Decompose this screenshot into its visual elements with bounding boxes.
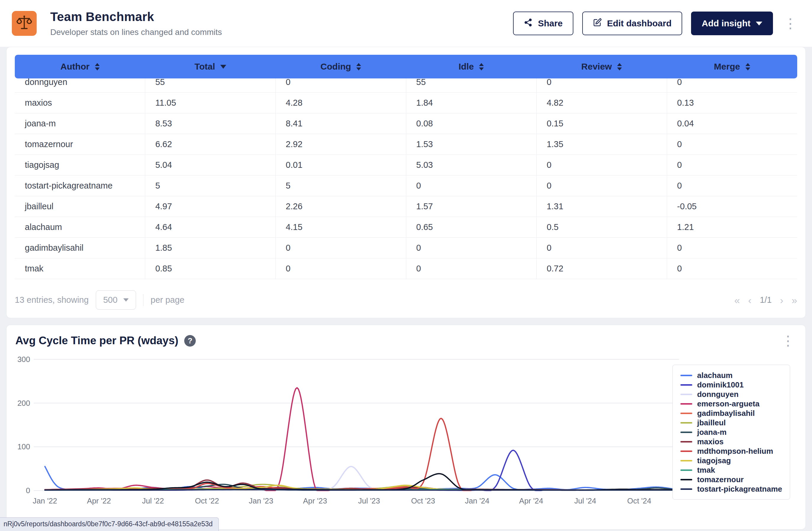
add-insight-button[interactable]: Add insight	[691, 12, 773, 35]
legend-label: tomazernour	[697, 475, 743, 484]
legend-label: tostart-pickagreatname	[697, 485, 782, 494]
author-cell: alachaum	[15, 217, 145, 237]
value-cell: 4.64	[145, 217, 276, 237]
legend-item[interactable]: alachaum	[680, 371, 782, 380]
svg-text:100: 100	[17, 443, 30, 451]
cycle-time-chart-card: Avg Cycle Time per PR (wdays) ? ⋮ 010020…	[6, 325, 806, 530]
legend-item[interactable]: mdthompson-helium	[680, 447, 782, 456]
svg-text:Apr '23: Apr '23	[303, 497, 327, 505]
value-cell: 0	[667, 258, 797, 279]
value-cell: 0.5	[537, 217, 667, 237]
author-cell: maxios	[15, 93, 145, 113]
value-cell: 2.26	[276, 196, 406, 216]
prev-page-button[interactable]: ‹	[748, 295, 751, 305]
legend-swatch	[680, 470, 692, 471]
next-page-button[interactable]: ›	[780, 295, 783, 305]
svg-text:Jul '24: Jul '24	[574, 497, 596, 505]
legend-item[interactable]: dominik1001	[680, 380, 782, 389]
legend-item[interactable]: tostart-pickagreatname	[680, 485, 782, 493]
table-body[interactable]: donnguyen5505500maxios11.054.281.844.820…	[15, 79, 797, 279]
author-cell: joana-m	[15, 113, 145, 134]
value-cell: 1.31	[537, 196, 667, 216]
author-cell: tmak	[15, 258, 145, 279]
legend-swatch	[680, 450, 692, 452]
share-button[interactable]: Share	[513, 12, 573, 35]
svg-text:0: 0	[26, 486, 30, 494]
table-row: joana-m8.538.410.080.150.04	[15, 113, 797, 134]
table-footer: 13 entries, showing 500 per page « ‹ 1/1…	[15, 290, 797, 310]
value-cell: 1.84	[406, 93, 537, 113]
value-cell: 1.35	[537, 134, 667, 154]
value-cell: 4.97	[145, 196, 276, 216]
column-header-review[interactable]: Review	[536, 55, 667, 79]
header-actions: Share Edit dashboard Add insight ⋮	[513, 12, 799, 35]
value-cell: 0	[537, 155, 667, 175]
table-row: donnguyen5505500	[15, 79, 797, 93]
value-cell: 5.04	[145, 155, 276, 175]
svg-text:Jul '22: Jul '22	[142, 497, 164, 505]
value-cell: 1.53	[406, 134, 537, 154]
column-label: Review	[581, 61, 612, 72]
chart-kebab-menu[interactable]: ⋮	[780, 334, 797, 348]
add-insight-button-label: Add insight	[702, 18, 751, 28]
svg-text:Jan '23: Jan '23	[249, 497, 273, 505]
column-header-merge[interactable]: Merge	[667, 55, 797, 79]
svg-text:200: 200	[17, 399, 30, 407]
column-header-idle[interactable]: Idle	[406, 55, 536, 79]
share-icon	[524, 18, 533, 29]
chart-area: 0100200300Jan '22Apr '22Jul '22Oct '22Ja…	[15, 350, 797, 510]
edit-dashboard-button[interactable]: Edit dashboard	[582, 12, 682, 35]
value-cell: 55	[145, 79, 276, 92]
value-cell: 2.92	[276, 134, 406, 154]
author-cell: tomazernour	[15, 134, 145, 154]
value-cell: 0.15	[537, 113, 667, 134]
column-label: Total	[194, 61, 215, 72]
legend-item[interactable]: joana-m	[680, 428, 782, 436]
column-label: Idle	[459, 61, 474, 72]
value-cell: 0	[537, 176, 667, 196]
column-label: Coding	[321, 61, 351, 72]
table-row: tomazernour6.622.921.531.350	[15, 134, 797, 155]
help-icon[interactable]: ?	[184, 335, 196, 347]
legend-item[interactable]: jbailleul	[680, 418, 782, 427]
column-header-author[interactable]: Author	[15, 55, 145, 79]
cycle-time-chart: 0100200300Jan '22Apr '22Jul '22Oct '22Ja…	[15, 350, 780, 510]
chart-title-row: Avg Cycle Time per PR (wdays) ? ⋮	[15, 334, 797, 348]
svg-text:Oct '22: Oct '22	[195, 497, 219, 505]
value-cell: 0	[667, 238, 797, 258]
value-cell: 11.05	[145, 93, 276, 113]
legend-item[interactable]: emerson-argueta	[680, 399, 782, 408]
edit-dashboard-button-label: Edit dashboard	[607, 18, 671, 28]
sort-icon	[356, 63, 361, 70]
legend-item[interactable]: tiagojsag	[680, 456, 782, 465]
legend-item[interactable]: tomazernour	[680, 475, 782, 484]
value-cell: 1.21	[667, 217, 797, 237]
legend-item[interactable]: donnguyen	[680, 390, 782, 399]
value-cell: 0	[667, 134, 797, 154]
svg-text:Jan '24: Jan '24	[465, 497, 489, 505]
sort-icon	[745, 63, 750, 70]
value-cell: 0	[537, 79, 667, 92]
page-size-select[interactable]: 500	[96, 290, 136, 310]
value-cell: 0.65	[406, 217, 537, 237]
dashboard-logo	[12, 11, 37, 36]
column-header-total[interactable]: Total	[145, 55, 276, 79]
author-cell: donnguyen	[15, 79, 145, 92]
legend-item[interactable]: tmak	[680, 465, 782, 474]
page-size-value: 500	[103, 295, 117, 305]
svg-text:Oct '24: Oct '24	[627, 497, 651, 505]
column-header-coding[interactable]: Coding	[276, 55, 406, 79]
entries-count-label: 13 entries, showing	[15, 295, 89, 305]
legend-item[interactable]: maxios	[680, 437, 782, 446]
pagination: « ‹ 1/1 › »	[734, 295, 797, 305]
header-kebab-menu[interactable]: ⋮	[782, 17, 799, 30]
first-page-button[interactable]: «	[734, 295, 740, 305]
svg-text:Oct '23: Oct '23	[411, 497, 435, 505]
legend-swatch	[680, 384, 692, 386]
last-page-button[interactable]: »	[792, 295, 797, 305]
sort-icon	[95, 63, 100, 70]
legend-item[interactable]: gadimbaylisahil	[680, 409, 782, 418]
table-row: tmak0.85000.720	[15, 258, 797, 279]
chevron-down-icon	[756, 22, 762, 26]
edit-icon	[593, 18, 602, 29]
